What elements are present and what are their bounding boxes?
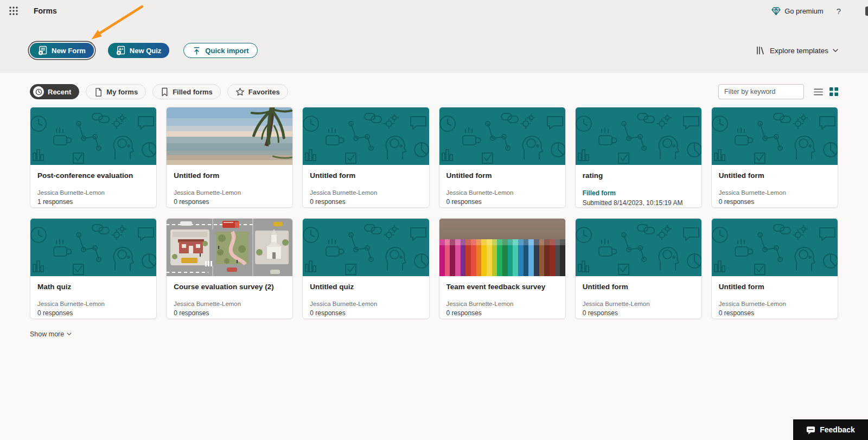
form-card[interactable]: Math quiz Jessica Burnette-Lemon 0 respo… bbox=[30, 218, 157, 319]
form-card-thumbnail bbox=[712, 219, 838, 276]
card-meta-secondary: 0 responses bbox=[37, 309, 149, 317]
form-card-thumbnail bbox=[439, 219, 565, 276]
form-card-thumbnail bbox=[30, 107, 156, 165]
form-card-title: Post-conference evaluation bbox=[37, 171, 149, 180]
card-meta-primary: Jessica Burnette-Lemon bbox=[446, 189, 558, 196]
form-card[interactable]: Course evaluation survey (2) Jessica Bur… bbox=[166, 218, 293, 319]
filter-tab-filled-forms[interactable]: Filled forms bbox=[152, 84, 221, 99]
form-card-thumbnail bbox=[303, 107, 429, 165]
help-button[interactable]: ? bbox=[837, 7, 841, 16]
document-icon bbox=[94, 87, 103, 97]
quick-import-button[interactable]: Quick import bbox=[183, 43, 257, 58]
form-card-thumbnail bbox=[30, 219, 156, 276]
go-premium-button[interactable]: Go premium bbox=[771, 6, 824, 16]
form-card[interactable]: Untitled form Jessica Burnette-Lemon 0 r… bbox=[439, 107, 566, 208]
show-more-button[interactable]: Show more bbox=[30, 330, 72, 338]
question-mark-icon: ? bbox=[837, 7, 841, 16]
form-card[interactable]: Untitled quiz Jessica Burnette-Lemon 0 r… bbox=[302, 218, 429, 319]
grid-view-button[interactable] bbox=[829, 87, 838, 96]
card-meta-primary: Jessica Burnette-Lemon bbox=[174, 189, 285, 196]
card-meta-secondary: 0 responses bbox=[719, 198, 831, 206]
filter-tab-recent[interactable]: Recent bbox=[30, 84, 79, 99]
page-title: Forms bbox=[34, 7, 57, 15]
filter-tab-label: Recent bbox=[48, 88, 71, 96]
show-more-label: Show more bbox=[30, 330, 64, 338]
card-meta-primary: Jessica Burnette-Lemon bbox=[310, 189, 422, 196]
library-icon bbox=[756, 46, 765, 55]
form-card-thumbnail bbox=[576, 107, 701, 165]
card-meta-primary: Jessica Burnette-Lemon bbox=[719, 189, 831, 196]
bookmark-icon bbox=[161, 87, 169, 97]
new-form-button[interactable]: New Form bbox=[30, 43, 94, 58]
svg-text:A+: A+ bbox=[119, 47, 124, 51]
star-icon bbox=[235, 87, 245, 97]
card-meta-primary: Jessica Burnette-Lemon bbox=[719, 301, 831, 307]
card-meta-secondary: 0 responses bbox=[174, 198, 285, 206]
quiz-plus-icon: A+ bbox=[116, 46, 126, 55]
form-card[interactable]: rating Filled form Submitted 8/14/2023, … bbox=[575, 107, 702, 208]
go-premium-label: Go premium bbox=[784, 7, 824, 15]
quick-import-label: Quick import bbox=[205, 47, 248, 55]
form-card-title: Untitled form bbox=[583, 283, 694, 291]
form-card-thumbnail bbox=[712, 107, 838, 165]
filter-tab-my-forms[interactable]: My forms bbox=[86, 84, 146, 99]
card-meta-primary: Jessica Burnette-Lemon bbox=[174, 301, 285, 307]
form-card[interactable]: Team event feedback survey Jessica Burne… bbox=[439, 218, 566, 319]
teal-doodle-thumbnail bbox=[303, 219, 429, 276]
form-card-title: Course evaluation survey (2) bbox=[174, 283, 285, 291]
filter-tab-label: Favorites bbox=[248, 88, 280, 96]
main-content: Recent My forms Filled forms bbox=[0, 73, 868, 339]
app-launcher-button[interactable] bbox=[8, 5, 20, 17]
new-quiz-button[interactable]: A+ New Quiz bbox=[108, 43, 170, 58]
form-card-title: Math quiz bbox=[37, 283, 149, 291]
card-meta-primary: Jessica Burnette-Lemon bbox=[37, 189, 149, 196]
form-card[interactable]: Untitled form Jessica Burnette-Lemon 0 r… bbox=[711, 107, 838, 208]
card-meta-primary: Jessica Burnette-Lemon bbox=[583, 301, 694, 307]
form-card[interactable]: Untitled form Jessica Burnette-Lemon 0 r… bbox=[166, 107, 293, 208]
card-meta-secondary: 0 responses bbox=[446, 198, 558, 206]
teal-doodle-thumbnail bbox=[576, 107, 701, 165]
form-card-thumbnail bbox=[439, 107, 565, 165]
form-plus-icon bbox=[38, 46, 48, 55]
teal-doodle-thumbnail bbox=[30, 219, 156, 276]
card-meta-secondary: 0 responses bbox=[583, 309, 694, 317]
feedback-button[interactable]: Feedback bbox=[793, 419, 868, 440]
explore-templates-button[interactable]: Explore templates bbox=[756, 46, 838, 55]
form-card-title: Untitled form bbox=[174, 171, 285, 180]
form-card-title: Untitled form bbox=[446, 171, 558, 180]
teal-doodle-thumbnail bbox=[30, 107, 156, 165]
filter-tab-label: Filled forms bbox=[173, 88, 213, 96]
form-card-title: rating bbox=[583, 171, 694, 180]
pencils-photo-thumbnail bbox=[439, 219, 565, 276]
filter-tab-label: My forms bbox=[106, 88, 138, 96]
form-card[interactable]: Post-conference evaluation Jessica Burne… bbox=[30, 107, 157, 208]
top-region: Forms Go premium ? bbox=[0, 0, 868, 73]
form-card-thumbnail bbox=[303, 219, 429, 276]
form-card[interactable]: Untitled form Jessica Burnette-Lemon 0 r… bbox=[711, 218, 838, 319]
form-card[interactable]: Untitled form Jessica Burnette-Lemon 0 r… bbox=[302, 107, 429, 208]
filter-tabs: Recent My forms Filled forms bbox=[30, 84, 288, 99]
chevron-down-icon bbox=[833, 49, 838, 53]
form-card-thumbnail bbox=[576, 219, 701, 276]
new-quiz-label: New Quiz bbox=[130, 47, 162, 55]
list-view-button[interactable] bbox=[814, 88, 823, 96]
upload-arrow-icon bbox=[192, 46, 201, 55]
new-form-label: New Form bbox=[52, 47, 86, 55]
form-card-title: Untitled form bbox=[719, 171, 831, 180]
beach-photo-thumbnail bbox=[167, 107, 292, 165]
form-card-title: Untitled form bbox=[719, 283, 831, 291]
filter-tab-favorites[interactable]: Favorites bbox=[227, 84, 288, 99]
card-meta-secondary: 0 responses bbox=[310, 198, 422, 206]
clock-icon bbox=[33, 86, 44, 97]
form-card-thumbnail bbox=[167, 219, 292, 276]
card-meta-secondary: 0 responses bbox=[446, 309, 558, 317]
search-input[interactable] bbox=[718, 84, 804, 99]
profile-avatar-partial[interactable] bbox=[865, 7, 868, 16]
teal-doodle-thumbnail bbox=[712, 219, 838, 276]
card-meta-secondary: 1 responses bbox=[37, 198, 149, 206]
teal-doodle-thumbnail bbox=[303, 107, 429, 165]
teal-doodle-thumbnail bbox=[439, 107, 565, 165]
form-card[interactable]: Untitled form Jessica Burnette-Lemon 0 r… bbox=[575, 218, 702, 319]
chevron-down-icon bbox=[67, 333, 72, 336]
teal-doodle-thumbnail bbox=[712, 107, 838, 165]
